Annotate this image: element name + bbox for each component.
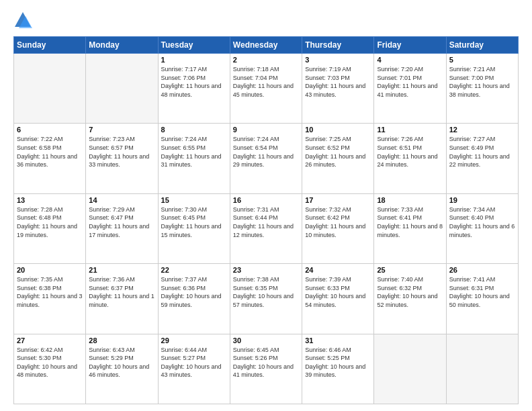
day-number: 20 [17,266,83,274]
calendar-week-0: 1Sunrise: 7:17 AMSunset: 7:06 PMDaylight… [14,54,519,124]
logo-icon [13,11,32,30]
day-number: 17 [305,196,371,204]
day-info: Sunrise: 6:44 AMSunset: 5:27 PMDaylight:… [161,346,227,379]
calendar-week-2: 13Sunrise: 7:28 AMSunset: 6:48 PMDayligh… [14,193,519,263]
calendar-cell: 20Sunrise: 7:35 AMSunset: 6:38 PMDayligh… [14,264,86,334]
day-info: Sunrise: 7:20 AMSunset: 7:01 PMDaylight:… [377,65,443,99]
day-number: 27 [17,336,83,345]
calendar-cell: 28Sunrise: 6:43 AMSunset: 5:29 PMDayligh… [86,334,158,404]
day-number: 5 [449,56,515,64]
calendar-cell: 11Sunrise: 7:26 AMSunset: 6:51 PMDayligh… [374,124,446,193]
day-info: Sunrise: 7:30 AMSunset: 6:45 PMDaylight:… [161,205,227,239]
day-number: 21 [89,266,154,274]
day-number: 28 [89,336,154,345]
day-number: 18 [377,196,443,204]
calendar-cell: 12Sunrise: 7:27 AMSunset: 6:49 PMDayligh… [446,124,518,193]
day-number: 15 [161,196,227,204]
calendar-cell: 26Sunrise: 7:41 AMSunset: 6:31 PMDayligh… [446,264,518,334]
day-info: Sunrise: 7:40 AMSunset: 6:32 PMDaylight:… [377,275,443,309]
day-info: Sunrise: 7:19 AMSunset: 7:03 PMDaylight:… [305,65,371,99]
calendar-cell: 25Sunrise: 7:40 AMSunset: 6:32 PMDayligh… [374,264,446,334]
calendar-cell: 14Sunrise: 7:29 AMSunset: 6:47 PMDayligh… [86,193,158,263]
day-info: Sunrise: 7:29 AMSunset: 6:47 PMDaylight:… [89,205,154,239]
calendar-cell: 31Sunrise: 6:46 AMSunset: 5:25 PMDayligh… [302,334,374,404]
day-number: 12 [449,126,515,134]
calendar-cell: 10Sunrise: 7:25 AMSunset: 6:52 PMDayligh… [302,124,374,193]
calendar-week-4: 27Sunrise: 6:42 AMSunset: 5:30 PMDayligh… [14,334,519,404]
day-info: Sunrise: 7:28 AMSunset: 6:48 PMDaylight:… [17,205,83,239]
day-info: Sunrise: 7:38 AMSunset: 6:35 PMDaylight:… [233,275,299,309]
day-number: 16 [233,196,299,204]
day-info: Sunrise: 7:39 AMSunset: 6:33 PMDaylight:… [305,275,371,309]
calendar-cell: 5Sunrise: 7:21 AMSunset: 7:00 PMDaylight… [446,54,518,124]
calendar-cell [374,334,446,404]
calendar-cell: 8Sunrise: 7:24 AMSunset: 6:55 PMDaylight… [158,124,230,193]
header [13,11,519,30]
day-info: Sunrise: 7:24 AMSunset: 6:54 PMDaylight:… [233,135,299,169]
calendar-header-monday: Monday [86,37,158,54]
day-info: Sunrise: 7:24 AMSunset: 6:55 PMDaylight:… [161,135,227,169]
calendar-cell: 19Sunrise: 7:34 AMSunset: 6:40 PMDayligh… [446,193,518,263]
calendar-cell: 22Sunrise: 7:37 AMSunset: 6:36 PMDayligh… [158,264,230,334]
day-info: Sunrise: 7:22 AMSunset: 6:58 PMDaylight:… [17,135,83,169]
day-number: 24 [305,266,371,274]
calendar-cell: 3Sunrise: 7:19 AMSunset: 7:03 PMDaylight… [302,54,374,124]
calendar-cell: 15Sunrise: 7:30 AMSunset: 6:45 PMDayligh… [158,193,230,263]
day-info: Sunrise: 7:31 AMSunset: 6:44 PMDaylight:… [233,205,299,239]
calendar-week-1: 6Sunrise: 7:22 AMSunset: 6:58 PMDaylight… [14,124,519,193]
day-info: Sunrise: 6:43 AMSunset: 5:29 PMDaylight:… [89,346,154,379]
calendar-cell: 24Sunrise: 7:39 AMSunset: 6:33 PMDayligh… [302,264,374,334]
calendar-cell: 29Sunrise: 6:44 AMSunset: 5:27 PMDayligh… [158,334,230,404]
day-info: Sunrise: 7:21 AMSunset: 7:00 PMDaylight:… [449,65,515,99]
calendar-cell: 30Sunrise: 6:45 AMSunset: 5:26 PMDayligh… [230,334,302,404]
logo [13,11,35,30]
day-number: 3 [305,56,371,64]
day-number: 14 [89,196,154,204]
day-number: 30 [233,336,299,345]
day-number: 6 [17,126,83,134]
calendar-header-saturday: Saturday [446,37,518,54]
day-number: 13 [17,196,83,204]
day-number: 4 [377,56,443,64]
day-info: Sunrise: 6:46 AMSunset: 5:25 PMDaylight:… [305,346,371,379]
day-number: 10 [305,126,371,134]
calendar-cell: 4Sunrise: 7:20 AMSunset: 7:01 PMDaylight… [374,54,446,124]
day-info: Sunrise: 7:41 AMSunset: 6:31 PMDaylight:… [449,275,515,309]
calendar-cell: 1Sunrise: 7:17 AMSunset: 7:06 PMDaylight… [158,54,230,124]
day-number: 2 [233,56,299,64]
day-number: 31 [305,336,371,345]
day-info: Sunrise: 7:34 AMSunset: 6:40 PMDaylight:… [449,205,515,239]
calendar-header-row: SundayMondayTuesdayWednesdayThursdayFrid… [14,37,519,54]
day-number: 9 [233,126,299,134]
calendar-cell: 2Sunrise: 7:18 AMSunset: 7:04 PMDaylight… [230,54,302,124]
page: SundayMondayTuesdayWednesdayThursdayFrid… [0,0,532,411]
calendar-cell: 23Sunrise: 7:38 AMSunset: 6:35 PMDayligh… [230,264,302,334]
calendar-cell: 9Sunrise: 7:24 AMSunset: 6:54 PMDaylight… [230,124,302,193]
day-number: 1 [161,56,227,64]
calendar-cell: 21Sunrise: 7:36 AMSunset: 6:37 PMDayligh… [86,264,158,334]
day-info: Sunrise: 7:27 AMSunset: 6:49 PMDaylight:… [449,135,515,169]
calendar-header-thursday: Thursday [302,37,374,54]
day-info: Sunrise: 7:36 AMSunset: 6:37 PMDaylight:… [89,275,154,309]
calendar-cell: 16Sunrise: 7:31 AMSunset: 6:44 PMDayligh… [230,193,302,263]
day-number: 26 [449,266,515,274]
day-number: 29 [161,336,227,345]
calendar-cell: 17Sunrise: 7:32 AMSunset: 6:42 PMDayligh… [302,193,374,263]
calendar-header-friday: Friday [374,37,446,54]
day-number: 11 [377,126,443,134]
day-number: 7 [89,126,154,134]
day-number: 19 [449,196,515,204]
day-info: Sunrise: 7:18 AMSunset: 7:04 PMDaylight:… [233,65,299,99]
day-info: Sunrise: 6:42 AMSunset: 5:30 PMDaylight:… [17,346,83,379]
day-number: 22 [161,266,227,274]
day-info: Sunrise: 7:26 AMSunset: 6:51 PMDaylight:… [377,135,443,169]
calendar-header-sunday: Sunday [14,37,86,54]
day-info: Sunrise: 7:37 AMSunset: 6:36 PMDaylight:… [161,275,227,309]
day-info: Sunrise: 7:33 AMSunset: 6:41 PMDaylight:… [377,205,443,239]
day-info: Sunrise: 7:23 AMSunset: 6:57 PMDaylight:… [89,135,154,169]
day-info: Sunrise: 7:35 AMSunset: 6:38 PMDaylight:… [17,275,83,309]
calendar: SundayMondayTuesdayWednesdayThursdayFrid… [13,36,519,404]
calendar-cell: 6Sunrise: 7:22 AMSunset: 6:58 PMDaylight… [14,124,86,193]
day-info: Sunrise: 7:17 AMSunset: 7:06 PMDaylight:… [161,65,227,99]
calendar-header-wednesday: Wednesday [230,37,302,54]
